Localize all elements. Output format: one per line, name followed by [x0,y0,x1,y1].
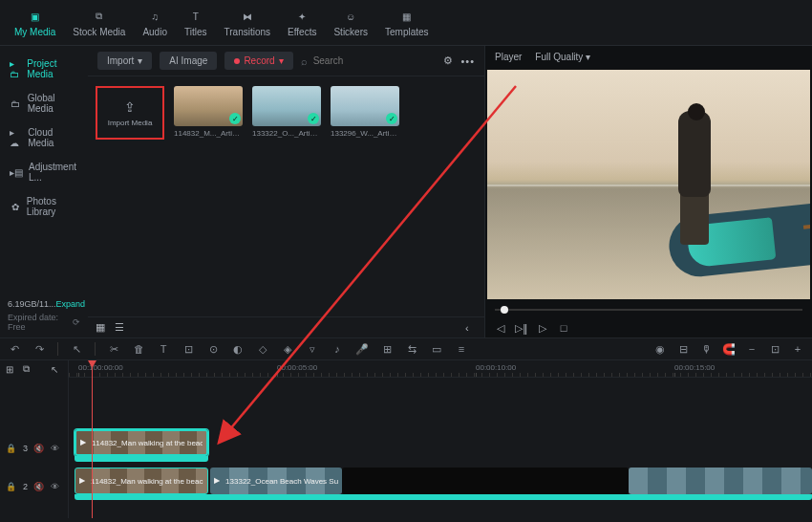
track-number: 2 [23,482,28,491]
record-dot-icon [234,58,240,64]
color-icon[interactable]: ◐ [231,343,245,356]
track-header[interactable]: 🔒 2 🔇 👁 [0,471,68,502]
sidebar-label: Global Media [28,93,78,114]
keyframe-icon[interactable]: ◈ [281,343,294,356]
tab-titles[interactable]: T Titles [176,4,216,41]
crop-icon[interactable]: ⊡ [182,343,195,356]
clip-audio-strip[interactable] [75,456,208,462]
timeline-clip[interactable]: ▶ 133322_Ocean Beach Waves Surfer [210,468,342,494]
timeline-clip[interactable] [342,468,629,494]
ai-image-button[interactable]: AI Image [160,52,217,70]
record-button[interactable]: Record ▾ [224,52,292,70]
mask-icon[interactable]: ◇ [256,343,269,356]
mute-icon[interactable]: 🔇 [33,482,45,491]
sidebar-item-project-media[interactable]: ▸🗀 Project Media [0,52,88,86]
refresh-icon[interactable]: ⟳ [73,317,80,327]
media-thumb[interactable]: ✓ 114832_M..._Artist_4K [174,86,243,138]
redo-icon[interactable]: ↷ [32,343,46,356]
mute-icon[interactable]: 🔇 [33,444,45,453]
transitions-icon: ⧓ [239,8,256,25]
pointer-icon[interactable]: ↖ [70,343,83,356]
tab-my-media[interactable]: ▣ My Media [6,4,64,41]
timeline-clip[interactable] [629,468,812,494]
marker-icon[interactable]: ▿ [306,343,319,356]
media-sidebar: ▸🗀 Project Media 🗀 Global Media ▸☁ Cloud… [0,46,88,337]
undo-icon[interactable]: ↶ [8,343,21,356]
mic-icon[interactable]: 🎙 [699,343,713,356]
folder-icon: 🗀 [10,97,22,110]
clip-label: 133322_Ocean Beach Waves Surfer [225,477,338,486]
sidebar-item-photos[interactable]: ✿ Photos Library [0,189,88,224]
group-icon[interactable]: ⊞ [380,343,394,356]
expired-text: Expired date: Free [8,313,67,332]
sidebar-item-cloud-media[interactable]: ▸☁ Cloud Media [0,120,88,155]
expand-link[interactable]: Expand [56,299,86,309]
zoom-fit-icon[interactable]: ⊡ [768,343,781,356]
playhead[interactable] [92,360,93,518]
tab-transitions[interactable]: ⧓ Transitions [216,4,280,41]
clip-type-icon: ▶ [79,476,88,486]
thumb-label: 133322_O..._Artist_4K [252,129,321,138]
stickers-icon: ☺ [342,8,359,25]
link-icon[interactable]: ⧉ [23,363,34,375]
scrubber-handle[interactable] [501,306,508,314]
clip-audio-strip[interactable] [75,494,812,500]
track-header[interactable]: 🔒 3 🔇 👁 [0,433,68,464]
thumb-label: 114832_M..._Artist_4K [174,129,243,138]
tab-templates[interactable]: ▦ Templates [376,4,438,41]
detach-audio-icon[interactable]: ♪ [331,343,344,355]
timeline-ruler[interactable]: 00:100:00:00 00:00:05:00 00:00:10:00 00:… [69,360,812,378]
eye-icon[interactable]: 👁 [51,482,62,491]
text-icon[interactable]: T [157,343,170,355]
audio-meter-icon[interactable]: ⊟ [676,343,690,356]
stop-icon[interactable]: □ [558,322,569,334]
storage-text: 6.19GB/11... [8,299,56,309]
play-icon[interactable]: ▷ [537,322,548,334]
timeline-clip[interactable]: ▶ 114832_Man walking at the beach at [75,429,208,456]
cut-icon[interactable]: ✂ [107,343,120,356]
timeline: ⊞ ⧉ ↖ 🔒 3 🔇 👁 🔒 2 🔇 👁 00:100:00:00 00: [0,360,812,518]
render-icon[interactable]: ▭ [430,343,443,356]
import-button[interactable]: Import ▾ [97,52,152,70]
chevron-down-icon: ▾ [138,55,142,66]
cursor-icon[interactable]: ↖ [51,364,62,375]
play-pause-icon[interactable]: ▷‖ [516,322,527,334]
adjust-icon[interactable]: ⇆ [405,343,418,356]
import-media-card[interactable]: ⇪ Import Media [96,86,164,140]
timeline-clip[interactable]: ▶ 114832_Man walking at the beach at [75,468,208,494]
btn-label: Record [244,55,274,66]
clip-type-icon: ▶ [214,476,223,486]
preview-canvas[interactable] [487,70,810,299]
lock-icon[interactable]: 🔒 [6,482,17,491]
filter-icon[interactable]: ⚙ [443,54,453,67]
eye-icon[interactable]: 👁 [51,444,62,453]
media-thumb[interactable]: ✓ 133322_O..._Artist_4K [252,86,321,138]
preview-scrubber[interactable] [485,301,812,318]
search-field[interactable]: ⌕ [301,55,437,67]
media-thumb[interactable]: ✓ 133296_W..._Artist_4K [331,86,399,138]
snap-icon[interactable]: 🧲 [722,343,736,356]
list-view-icon[interactable]: ☰ [115,321,126,334]
tab-stickers[interactable]: ☺ Stickers [325,4,376,41]
track-icon[interactable]: ≡ [455,343,468,355]
grid-view-icon[interactable]: ▦ [96,321,107,334]
mixer-icon[interactable]: ◉ [653,343,667,356]
tab-effects[interactable]: ✦ Effects [279,4,325,41]
lock-icon[interactable]: 🔒 [6,444,17,453]
collapse-icon[interactable]: ‹ [465,322,477,334]
search-input[interactable] [313,55,437,66]
voice-icon[interactable]: 🎤 [355,343,369,356]
sidebar-item-global-media[interactable]: 🗀 Global Media [0,86,88,120]
timeline-option-icon[interactable]: ⊞ [6,364,17,375]
sidebar-item-adjustment[interactable]: ▸▤ Adjustment L... [0,155,88,189]
delete-icon[interactable]: 🗑 [132,343,145,355]
quality-dropdown[interactable]: Full Quality ▾ [535,52,590,62]
prev-frame-icon[interactable]: ◁ [495,322,506,334]
speed-icon[interactable]: ⊙ [206,343,220,356]
tab-audio[interactable]: ♫ Audio [134,4,176,41]
zoom-in-icon[interactable]: + [791,343,804,356]
timeline-tracks-area[interactable]: 00:100:00:00 00:00:05:00 00:00:10:00 00:… [69,360,812,518]
more-icon[interactable]: ••• [460,55,475,67]
zoom-out-icon[interactable]: − [745,343,759,356]
tab-stock-media[interactable]: ⧉ Stock Media [64,4,134,41]
